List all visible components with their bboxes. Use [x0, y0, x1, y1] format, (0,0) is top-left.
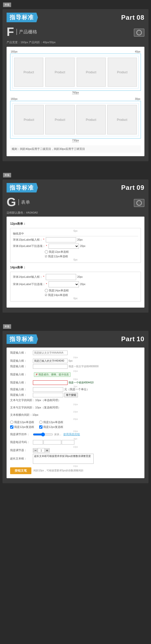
p10-input-unit[interactable] [33, 387, 63, 392]
p10-tel-2[interactable] [44, 440, 61, 445]
p10-radio-input-1[interactable] [10, 421, 13, 424]
form14-select[interactable] [49, 281, 79, 287]
p10-spacing-label-1: 文本与文字的间距： [10, 398, 35, 402]
form14-input-label: 宋体14pxLabel输入框： * [13, 275, 46, 279]
p10-row-error: 我是输入框： 我是一个错误#004410 [10, 380, 141, 385]
p10-row-success: 我是输入框： ✗我是成功、搜锋、提示信息 [10, 372, 141, 377]
p10-text-spacing-2: 文本与文字的间距： 10px（复选框同理） [10, 406, 141, 409]
p10-success-badge: ✗我是成功、搜锋、提示信息 [34, 372, 71, 377]
p10-sys-link[interactable]: 使用系统控组 [63, 432, 80, 436]
required-star2: * [46, 244, 47, 247]
stepper-plus[interactable]: + [45, 448, 49, 453]
form14-title: 14px表单： [10, 265, 141, 270]
p10-label-5: 我是输入框： [10, 381, 33, 384]
gap-10px-2: 10px [10, 370, 141, 372]
product-item: Product [76, 105, 106, 134]
part10-part-word: Part [121, 335, 135, 343]
product-item: Product [14, 58, 43, 87]
grid1-border: Product Product Product Product [10, 54, 141, 91]
p10-textarea[interactable]: 超长文本框可根据需求求按10px的整数倍调整宽度 [33, 454, 94, 464]
part08-banner: 指导标准 [7, 13, 38, 22]
p10-row-btn: 我是输入框： 有个按钮 [10, 393, 141, 397]
part09-content: 12px表单： 6px 轴线居中 宋体10pxLabel输入框： * 20px … [7, 217, 144, 308]
p10-radio-input-2[interactable] [39, 421, 42, 424]
gap-10px-5: 10px [10, 410, 141, 413]
form14-select-row: 宋体14pxLabel下拉选项： * 20px [13, 281, 138, 287]
p10-slider-note: 滚滚... [54, 433, 61, 436]
form14-input[interactable] [46, 274, 76, 280]
camera-icon [134, 29, 144, 37]
part08-section-letter: F 产品栅格 [7, 26, 37, 38]
form14-radio[interactable]: 我是14px单选框 [45, 289, 69, 292]
p10-inline-button[interactable]: 有个按钮 [64, 393, 78, 397]
form14-checkbox[interactable]: ☑ 我是14px单选框 [45, 293, 68, 297]
form14-radio-row: 我是14px单选框 [45, 289, 138, 292]
gap-10px-8: 10px [10, 465, 141, 467]
p10-input-btn[interactable] [33, 393, 63, 397]
p10-label-2: 我是输入框： [10, 359, 33, 363]
grid1: Product Product Product Product [12, 56, 139, 88]
part08-content: 160px 40px Product Product Product Produ… [7, 47, 144, 156]
part10-part-label: Part 10 [121, 335, 144, 343]
p10-radio-1[interactable]: 我是12px单选框 [10, 420, 34, 424]
part08-part-num: 08 [137, 14, 144, 21]
product-item: Product [45, 58, 74, 87]
part08-meta: 产品宽度：160px 产品间距：40px/30px [7, 40, 144, 44]
p10-tel-label: 我是电话号码： [10, 440, 33, 444]
product-item: Product [108, 58, 137, 87]
form12-radio[interactable]: 我是12px单选框 [45, 250, 69, 254]
p10-checkbox-2[interactable]: 我是12px复选框 [39, 425, 63, 429]
form12-checkbox[interactable]: ☑ 我是12px单选框 [45, 255, 68, 258]
p10-input-filled[interactable] [33, 359, 68, 363]
p10-input-placeholder[interactable] [33, 351, 68, 355]
form12-input[interactable] [46, 237, 76, 242]
radio14-input[interactable] [45, 289, 48, 292]
grid1-wrapper: 160px 40px Product Product Product Produ… [10, 50, 141, 94]
form12-select[interactable] [49, 244, 79, 249]
p10-checkbox-input-1[interactable] [10, 425, 13, 429]
gap-10px-3: 10px [10, 378, 141, 380]
p10-tel-3[interactable] [62, 440, 74, 445]
grid1-width-label: 160px [11, 50, 17, 53]
p10-slider[interactable] [33, 432, 53, 436]
gap-10px-1: 10px [10, 356, 141, 359]
p10-textarea-row: 超长文本框： 超长文本框可根据需求求按10px的整数倍调整宽度 [10, 454, 141, 464]
p10-input-note[interactable] [33, 364, 68, 369]
p10-tel-row: 我是电话号码： [10, 440, 141, 445]
form14-checkbox-row: ☑ 我是14px单选框 [45, 293, 138, 297]
required-star4: * [46, 283, 47, 286]
part08-card: 指导标准 Part 08 F 产品栅格 产品宽度：160px 产品间距：40px… [3, 9, 148, 161]
p10-checkbox-input-2[interactable] [39, 425, 42, 429]
part09-tag: 米集 [3, 173, 11, 177]
p10-submit-note: 间距10px，可根据需要求5px的倍数调整间距 [33, 469, 83, 472]
part10-part-num: 10 [137, 335, 144, 343]
grid1-top-dims: 160px 40px [10, 50, 141, 53]
axis-label: 轴线居中 [13, 232, 138, 236]
p10-label-1: 我是输入框： [10, 351, 33, 355]
p10-tel-1[interactable] [33, 440, 43, 445]
form14-input-dim: 20px [77, 275, 83, 278]
p10-error-note: 我是一个错误#004410 [69, 381, 94, 384]
radio12-input[interactable] [45, 250, 48, 254]
form12-box: 6px 轴线居中 宋体10pxLabel输入框： * 20px 宋体10pxLa… [10, 228, 141, 263]
part09-part-num: 09 [137, 184, 144, 191]
p10-submit-button[interactable]: 按钮文笔 [10, 467, 31, 474]
part08-rule: 规则：间距40px应用于二级页目，间距30px应用于三研页目 [10, 145, 141, 153]
gap-6px-form14: 6px [13, 298, 138, 299]
part09-banner: 指导标准 [7, 183, 38, 193]
form12-input-label: 宋体10pxLabel输入框： * [13, 238, 46, 242]
part09-letter: G [7, 196, 16, 208]
gap-6px-p10: 6px [10, 438, 141, 440]
p10-radio-2[interactable]: 我是12px单选框 [39, 420, 63, 424]
p10-input-error[interactable] [33, 380, 68, 385]
form14-select-dim: 20px [80, 283, 85, 286]
p10-label-3: 我是输入框： [10, 364, 33, 368]
p10-row-placeholder: 我是输入框： [10, 351, 141, 355]
p10-label-6: 我是输入框： [10, 387, 33, 391]
p10-note-6px: 6px [69, 359, 73, 362]
part10-content: 我是输入框： 10px 我是输入框： 6px 我是输入框： 我是一段文字说明#8… [7, 348, 144, 478]
stepper-minus[interactable]: − [33, 448, 38, 453]
part09-card: 指导标准 Part 09 G 表单 边框默认颜色：#A0A0A0 12px表单：… [3, 179, 148, 313]
p10-checkbox-1[interactable]: 我是12px复选框 [10, 425, 34, 429]
form12-input-row: 宋体10pxLabel输入框： * 20px [13, 237, 138, 242]
